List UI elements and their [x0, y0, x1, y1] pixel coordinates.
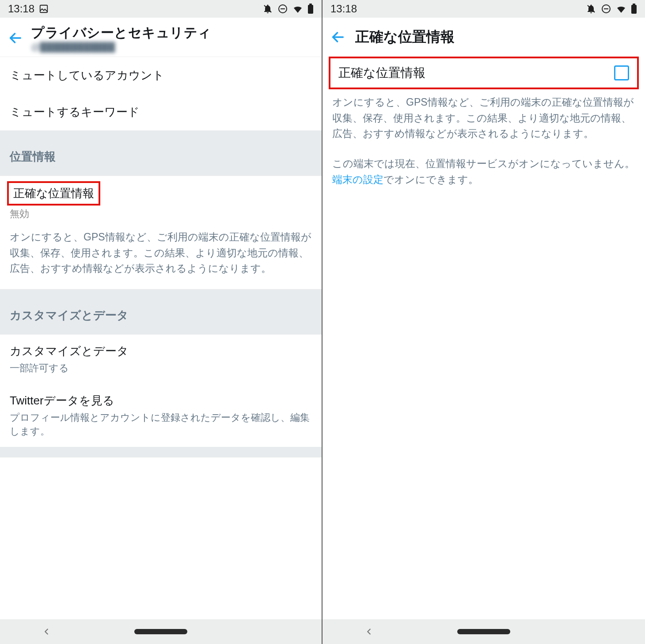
do-not-disturb-circle-icon: [601, 4, 611, 14]
customize-section-header: カスタマイズとデータ: [0, 289, 322, 335]
muted-keywords-label: ミュートするキーワード: [10, 104, 312, 120]
dnd-icon: [262, 4, 273, 14]
do-not-disturb-circle-icon: [277, 4, 288, 14]
device-settings-link[interactable]: 端末の設定: [332, 174, 383, 185]
service-note-after: でオンにできます。: [383, 174, 478, 185]
battery-icon: [307, 4, 314, 14]
status-bar: 13:18: [0, 0, 322, 18]
app-bar: プライバシーとセキュリティ @████████████: [0, 18, 322, 57]
precise-location-description: オンにすると、GPS情報など、ご利用の端末の正確な位置情報が収集、保存、使用され…: [0, 226, 322, 289]
precise-location-toggle-label: 正確な位置情報: [338, 65, 425, 81]
nav-home-pill[interactable]: [134, 629, 187, 634]
svg-rect-4: [308, 5, 313, 14]
status-time: 13:18: [330, 3, 357, 15]
wifi-icon: [616, 4, 626, 14]
precise-location-checkbox[interactable]: [614, 65, 629, 80]
content-area: 正確な位置情報 オンにすると、GPS情報など、ご利用の端末の正確な位置情報が収集…: [322, 57, 645, 619]
status-time: 13:18: [8, 3, 34, 15]
twitter-data-label: Twitterデータを見る: [10, 393, 312, 408]
status-bar: 13:18: [322, 0, 645, 18]
back-arrow-icon[interactable]: [330, 30, 345, 45]
svg-rect-0: [40, 5, 48, 13]
wifi-icon: [292, 4, 303, 14]
customize-data-caption: 一部許可する: [10, 362, 312, 375]
nav-back-icon[interactable]: [364, 627, 374, 636]
battery-icon: [631, 4, 637, 14]
app-bar: 正確な位置情報: [322, 18, 645, 57]
svg-rect-5: [309, 4, 312, 5]
precise-location-label: 正確な位置情報: [13, 186, 94, 201]
precise-location-description: オンにすると、GPS情報など、ご利用の端末の正確な位置情報が収集、保存、使用され…: [322, 89, 645, 151]
account-handle: @████████████: [31, 42, 212, 52]
precise-location-state: 無効: [0, 207, 322, 226]
nav-home-pill[interactable]: [457, 629, 510, 634]
nav-back-icon[interactable]: [42, 627, 51, 636]
dnd-icon: [586, 4, 596, 14]
page-title: 正確な位置情報: [355, 27, 455, 47]
content-area: ミュートしているアカウント ミュートするキーワード 位置情報 正確な位置情報 無…: [0, 57, 322, 619]
twitter-data-caption: プロフィール情報とアカウントに登録されたデータを確認し、編集します。: [10, 411, 312, 438]
customize-data-row[interactable]: カスタマイズとデータ 一部許可する: [0, 335, 322, 384]
precise-location-row[interactable]: 正確な位置情報: [7, 181, 100, 206]
location-service-note: この端末では現在、位置情報サービスがオンになっていません。端末の設定でオンにでき…: [322, 151, 645, 196]
location-section-header: 位置情報: [0, 130, 322, 176]
twitter-data-row[interactable]: Twitterデータを見る プロフィール情報とアカウントに登録されたデータを確認…: [0, 384, 322, 447]
right-screen: 13:18 正確な位置情報 正確な位置情報 オンにすると、GPS情報など、ご利用…: [322, 0, 645, 644]
page-title: プライバシーとセキュリティ: [31, 24, 212, 42]
svg-rect-11: [633, 4, 635, 5]
svg-rect-10: [631, 5, 637, 14]
back-arrow-icon[interactable]: [8, 30, 23, 46]
muted-accounts-label: ミュートしているアカウント: [10, 68, 312, 83]
left-screen: 13:18 プライバシーとセキュリティ @████████████ ミュートして…: [0, 0, 322, 644]
nav-bar: [0, 619, 322, 644]
muted-keywords-row[interactable]: ミュートするキーワード: [0, 94, 322, 130]
nav-bar: [322, 619, 645, 644]
customize-data-label: カスタマイズとデータ: [10, 343, 312, 359]
image-icon: [39, 4, 49, 14]
precise-location-toggle-row[interactable]: 正確な位置情報: [329, 57, 639, 89]
service-note-before: この端末では現在、位置情報サービスがオンになっていません。: [332, 158, 635, 169]
muted-accounts-row[interactable]: ミュートしているアカウント: [0, 57, 322, 94]
